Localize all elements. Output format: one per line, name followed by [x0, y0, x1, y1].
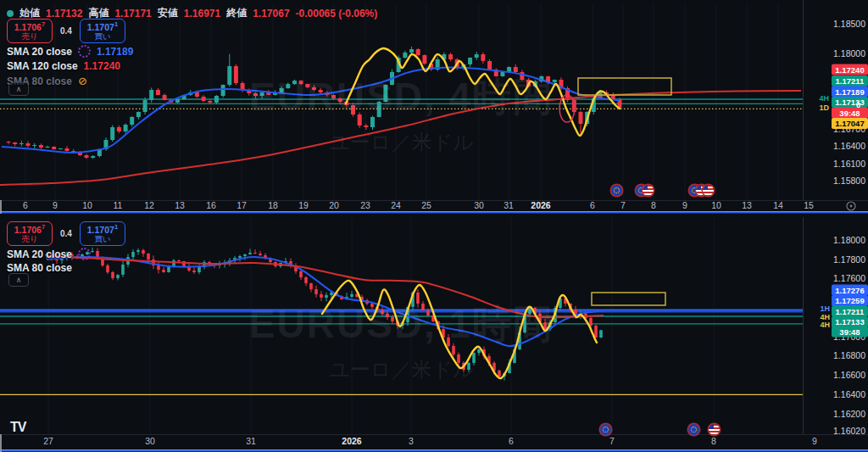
- tradingview-logo[interactable]: TV: [10, 420, 25, 435]
- indicator-name: SMA 20 close: [7, 248, 72, 260]
- buy-price-sup: 1: [114, 223, 118, 231]
- svg-text:31: 31: [246, 436, 256, 446]
- high-value: 1.17171: [114, 8, 151, 20]
- svg-text:1.17211: 1.17211: [836, 76, 865, 86]
- svg-text:1.18000: 1.18000: [833, 48, 865, 59]
- svg-text:6: 6: [590, 200, 595, 210]
- svg-text:17: 17: [236, 200, 247, 210]
- trading-chart-app: 1.185001.180001.167001.164001.161001.158…: [0, 0, 868, 452]
- spread-value: 0.4: [60, 229, 72, 238]
- svg-text:19: 19: [298, 200, 309, 210]
- indicator-name: SMA 120 close: [7, 60, 78, 72]
- economic-event-icon-group[interactable]: [636, 185, 654, 196]
- economic-event-icon-group[interactable]: [709, 424, 720, 435]
- close-label: 終値: [226, 6, 247, 20]
- buy-button[interactable]: 1.17071 買い: [80, 221, 125, 246]
- svg-text:1.16200: 1.16200: [833, 409, 865, 419]
- svg-text:8: 8: [651, 200, 656, 210]
- sell-label: 売り: [21, 235, 37, 243]
- eu-flag-icon: [611, 185, 622, 196]
- svg-text:20: 20: [329, 200, 339, 210]
- left-edge-mark: [0, 434, 2, 452]
- collapse-legend-button-top[interactable]: ∧: [8, 82, 29, 96]
- svg-text:1.16400: 1.16400: [833, 389, 865, 399]
- sell-label: 売り: [21, 32, 37, 41]
- sell-button[interactable]: 1.17067 売り: [7, 221, 53, 246]
- indicator-row-sma80[interactable]: SMA 80 close: [7, 262, 72, 274]
- svg-text:27: 27: [43, 436, 53, 446]
- market-status-dot: [7, 10, 14, 17]
- sell-price: 1.1706: [14, 225, 42, 235]
- svg-text:1.17800: 1.17800: [833, 254, 865, 265]
- svg-text:9: 9: [812, 436, 817, 446]
- low-label: 安値: [158, 6, 178, 20]
- svg-text:4H: 4H: [820, 321, 830, 329]
- economic-event-icon-group[interactable]: [688, 424, 699, 435]
- svg-text:6: 6: [23, 200, 28, 210]
- svg-text:6: 6: [509, 436, 514, 446]
- economic-event-icon-group[interactable]: [689, 185, 714, 196]
- chart-canvas[interactable]: 1.185001.180001.167001.164001.161001.158…: [0, 0, 868, 452]
- left-edge-mark: [0, 200, 2, 214]
- svg-text:1.17600: 1.17600: [833, 273, 865, 283]
- us-flag-icon: [643, 185, 654, 196]
- sell-price: 1.1706: [14, 22, 42, 32]
- economic-event-icon-group[interactable]: [611, 185, 622, 196]
- svg-text:39:48: 39:48: [839, 109, 860, 118]
- economic-event-icon-group[interactable]: [600, 424, 611, 435]
- indicator-row-sma120[interactable]: SMA 120 close 1.17240: [7, 60, 120, 72]
- svg-text:23: 23: [360, 200, 370, 210]
- svg-text:7: 7: [609, 436, 615, 446]
- svg-text:30: 30: [145, 436, 155, 446]
- change-value: -0.00065 (-0.06%): [296, 8, 378, 20]
- svg-text:24: 24: [391, 200, 401, 210]
- svg-text:1.16100: 1.16100: [833, 159, 865, 169]
- svg-text:1D: 1D: [819, 103, 829, 112]
- sell-button[interactable]: 1.17067 売り: [7, 19, 53, 43]
- svg-text:2026: 2026: [531, 200, 551, 210]
- svg-text:8: 8: [711, 436, 716, 446]
- indicator-row-sma20[interactable]: SMA 20 close: [7, 248, 91, 260]
- svg-text:1.17276: 1.17276: [835, 286, 864, 295]
- svg-text:0: 0: [856, 100, 860, 109]
- svg-text:30: 30: [474, 200, 484, 210]
- buy-price-sup: 1: [114, 20, 118, 28]
- svg-text:31: 31: [504, 200, 514, 210]
- low-value: 1.16971: [184, 8, 220, 20]
- svg-text:9: 9: [53, 200, 58, 210]
- svg-text:1.16800: 1.16800: [833, 350, 865, 360]
- us-flag-icon: [703, 185, 714, 196]
- svg-text:3: 3: [409, 436, 414, 446]
- indicator-row-sma20[interactable]: SMA 20 close 1.17189: [7, 45, 133, 58]
- svg-text:16: 16: [206, 200, 216, 210]
- svg-text:1.17189: 1.17189: [835, 87, 864, 97]
- svg-text:39:48: 39:48: [839, 327, 860, 337]
- svg-text:15: 15: [804, 200, 814, 210]
- buy-price: 1.1707: [87, 22, 114, 32]
- svg-text:1.17240: 1.17240: [835, 65, 864, 75]
- sell-price-sup: 7: [42, 223, 45, 231]
- svg-text:10: 10: [711, 200, 721, 210]
- eu-flag-icon: [600, 424, 611, 435]
- svg-text:1.18500: 1.18500: [833, 19, 865, 29]
- svg-text:25: 25: [421, 200, 431, 210]
- open-value: 1.17132: [46, 8, 82, 20]
- buy-button[interactable]: 1.17071 買い: [80, 19, 125, 43]
- svg-text:12: 12: [144, 200, 154, 210]
- svg-text:1.16600: 1.16600: [833, 370, 865, 380]
- indicator-value: 1.17189: [97, 46, 133, 58]
- pane-separator[interactable]: [0, 211, 868, 214]
- svg-text:18: 18: [268, 200, 278, 210]
- trade-buttons-top: 1.17067 売り 0.4 1.17071 買い: [7, 19, 125, 43]
- collapse-legend-button-bottom[interactable]: ∧: [8, 273, 29, 287]
- svg-text:13: 13: [175, 200, 185, 210]
- svg-text:2026: 2026: [342, 436, 362, 446]
- trade-buttons-bottom: 1.17067 売り 0.4 1.17071 買い: [7, 221, 125, 246]
- buy-label: 買い: [94, 32, 110, 41]
- indicator-name: SMA 20 close: [7, 46, 72, 58]
- svg-text:4H: 4H: [819, 94, 829, 103]
- eye-off-icon[interactable]: ⊘: [78, 75, 87, 87]
- svg-text:7: 7: [620, 200, 626, 210]
- buy-label: 買い: [94, 235, 110, 243]
- svg-text:10: 10: [82, 200, 92, 210]
